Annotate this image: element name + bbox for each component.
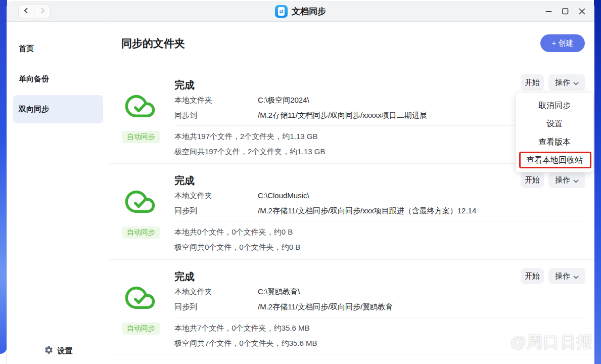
local-stats: 本地共7个文件，0个文件夹，约35.6 MB: [174, 321, 585, 336]
entry-icon-column: 自动同步: [125, 164, 174, 259]
sidebar-item-label: 双向同步: [19, 105, 49, 114]
auto-sync-badge: 自动同步: [122, 131, 160, 143]
desktop-wallpaper-left: [0, 0, 7, 354]
sync-target-path: /M.2存储11/文档同步/双向同步/xxxxx项目二期进展: [258, 108, 427, 123]
sync-target-path: /M.2存储11/文档同步/双向同步/xxx项目跟进（含最终方案）12.14: [258, 203, 476, 218]
start-button-label: 开始: [525, 78, 540, 87]
sync-target-row: 同步到 /M.2存储11/文档同步/双向同步/翼鸥教育: [174, 299, 585, 314]
menu-item-settings[interactable]: 设置: [516, 115, 593, 133]
local-folder-label: 本地文件夹: [174, 188, 258, 203]
entry-actions: 开始 操作: [521, 172, 585, 188]
start-button[interactable]: 开始: [521, 172, 544, 188]
maximize-button[interactable]: [562, 8, 569, 15]
start-button[interactable]: 开始: [521, 74, 544, 90]
entry-actions: 开始 操作: [521, 74, 585, 90]
titlebar-center: ⇄ 文档同步: [7, 2, 594, 21]
entry-actions: 开始 操作: [521, 268, 585, 284]
auto-sync-badge: 自动同步: [122, 323, 160, 335]
minimize-icon: [545, 8, 552, 15]
remote-stats: 极空间共0个文件，0个文件夹，约0 B: [174, 240, 585, 255]
operations-button-label: 操作: [555, 78, 570, 87]
operations-button-label: 操作: [555, 175, 570, 185]
sync-document-icon: ⇄: [278, 7, 285, 16]
local-folder-path: C:\极空间2024\: [258, 93, 309, 108]
sync-folder-row: 自动同步 完成 本地文件夹 C:\翼鸥教育\ 同步到 /M.2存储11/文档同步…: [110, 260, 594, 354]
desktop-wallpaper-right: [594, 0, 601, 364]
start-button[interactable]: 开始: [521, 268, 544, 284]
chevron-down-icon: [573, 176, 579, 185]
nav-button-group: [18, 5, 51, 18]
operations-button[interactable]: 操作: [548, 74, 585, 90]
local-folder-row: 本地文件夹 C:\翼鸥教育\: [174, 284, 585, 299]
auto-sync-badge: 自动同步: [122, 226, 160, 239]
menu-item-view-local-recycle-bin[interactable]: 查看本地回收站: [516, 151, 593, 169]
app-window: ⇄ 文档同步 首页: [7, 2, 594, 364]
local-folder-row: 本地文件夹 C:\CloudMusic\: [174, 188, 585, 203]
chevron-right-icon: [39, 7, 46, 16]
chevron-down-icon: [573, 272, 579, 281]
entry-icon-column: 自动同步: [125, 260, 174, 354]
local-folder-path: C:\翼鸥教育\: [258, 284, 300, 299]
titlebar: ⇄ 文档同步: [7, 2, 594, 22]
sidebar-item-label: 首页: [19, 44, 34, 54]
entry-inner-divider: [174, 317, 585, 317]
forward-button[interactable]: [34, 5, 51, 18]
cloud-check-icon: [125, 283, 155, 314]
local-folder-label: 本地文件夹: [174, 93, 258, 108]
window-body: 首页 单向备份 双向同步 设置 同步的文件夹: [7, 22, 594, 364]
minimize-button[interactable]: [545, 8, 552, 15]
cloud-check-icon: [125, 187, 155, 218]
settings-label: 设置: [58, 346, 73, 356]
sync-folder-row: 自动同步 完成 本地文件夹 C:\CloudMusic\ 同步到 /M.2存储1…: [110, 164, 594, 260]
close-button[interactable]: [578, 8, 585, 15]
gear-icon: [44, 345, 54, 356]
cloud-check-icon: [125, 92, 155, 123]
back-button[interactable]: [18, 5, 34, 18]
remote-stats: 极空间共7个文件，0个文件夹，约35.6 MB: [174, 336, 585, 351]
sidebar-item-home[interactable]: 首页: [13, 34, 103, 63]
operations-button[interactable]: 操作: [548, 172, 585, 188]
local-folder-path: C:\CloudMusic\: [258, 188, 309, 203]
screen: ⇄ 文档同步 首页: [0, 0, 601, 364]
menu-item-view-versions[interactable]: 查看版本: [516, 133, 593, 151]
sidebar-item-twoway-sync[interactable]: 双向同步: [13, 95, 103, 123]
chevron-left-icon: [23, 7, 30, 16]
start-button-label: 开始: [525, 271, 540, 281]
main-panel: 同步的文件夹 + 创建 自动同步: [110, 22, 594, 364]
sync-target-path: /M.2存储11/文档同步/双向同步/翼鸥教育: [258, 299, 393, 314]
sidebar: 首页 单向备份 双向同步 设置: [7, 22, 110, 364]
operations-button[interactable]: 操作: [548, 268, 585, 284]
local-folder-label: 本地文件夹: [174, 284, 258, 299]
sync-target-label: 同步到: [174, 203, 258, 218]
local-stats: 本地共0个文件，0个文件夹，约0 B: [174, 224, 585, 240]
start-button-label: 开始: [525, 175, 540, 185]
page-title: 同步的文件夹: [121, 36, 185, 51]
window-title: 文档同步: [292, 6, 326, 17]
window-controls: [545, 2, 585, 21]
operations-button-label: 操作: [555, 271, 570, 281]
create-button[interactable]: + 创建: [540, 34, 585, 52]
settings-button[interactable]: 设置: [7, 345, 110, 356]
entry-inner-divider: [174, 221, 585, 221]
app-icon: ⇄: [275, 5, 288, 18]
sidebar-item-oneway-backup[interactable]: 单向备份: [13, 65, 103, 93]
sidebar-item-label: 单向备份: [19, 74, 49, 84]
main-header: 同步的文件夹 + 创建: [110, 22, 594, 65]
sync-target-label: 同步到: [174, 108, 258, 123]
entry-icon-column: 自动同步: [125, 65, 174, 163]
menu-item-cancel-sync[interactable]: 取消同步: [516, 97, 593, 115]
operations-dropdown-menu: 取消同步 设置 查看版本 查看本地回收站: [516, 93, 593, 172]
chevron-down-icon: [573, 78, 579, 87]
maximize-icon: [562, 8, 569, 15]
close-icon: [579, 8, 585, 15]
sync-target-row: 同步到 /M.2存储11/文档同步/双向同步/xxx项目跟进（含最终方案）12.…: [174, 203, 585, 218]
create-button-label: + 创建: [552, 38, 574, 48]
sync-target-label: 同步到: [174, 299, 258, 314]
